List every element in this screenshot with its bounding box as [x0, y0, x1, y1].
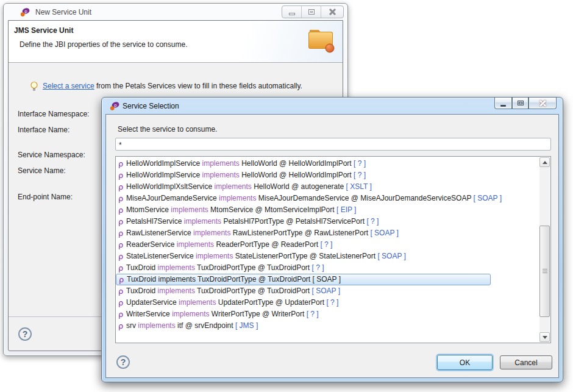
service-row[interactable]: ρTuxDroid implements TuxDroidPortType @ … — [116, 262, 540, 274]
back-window-controls — [282, 5, 344, 18]
service-rows: ρHelloWorldImplService implements HelloW… — [116, 158, 540, 332]
binding-suffix: [ ? ] — [307, 310, 319, 318]
service-row[interactable]: ρPetalsHl7Service implements PetalsHl7Po… — [116, 216, 540, 227]
scrollbar-grip-icon — [543, 269, 547, 274]
service-row[interactable]: ρMiseAJourDemandeService implements Mise… — [116, 193, 540, 204]
interface-and-endpoint: TuxDroidPortType @ TuxDroidPort — [197, 287, 310, 295]
binding-suffix: [ EIP ] — [336, 205, 356, 214]
port-icon: ρ — [118, 204, 126, 216]
help-button[interactable]: ? — [18, 327, 32, 341]
interface-and-endpoint: StateListenerPortType @ StateListenerPor… — [235, 252, 375, 260]
scroll-up-button[interactable] — [539, 157, 550, 167]
minimize-button[interactable] — [282, 6, 302, 18]
implements-keyword: implements — [196, 252, 233, 260]
interface-and-endpoint: MtomService @ MtomServiceImplPort — [210, 205, 335, 214]
back-window-titlebar[interactable]: p New Service Unit — [4, 4, 347, 20]
interface-and-endpoint: PetalsHl7PortType @ PetalsHl7ServicePort — [223, 217, 365, 226]
interface-and-endpoint: RawListenerPortType @ RawListenerPort — [233, 229, 368, 237]
implements-keyword: implements — [179, 298, 216, 307]
service-row[interactable]: ρHelloWorldImplService implements HelloW… — [116, 169, 540, 181]
arrow-down-icon — [543, 336, 547, 339]
petals-app-icon: p — [110, 101, 119, 111]
service-row[interactable]: ρHelloWorldImplService implements HelloW… — [116, 158, 540, 169]
implements-keyword: implements — [171, 205, 208, 214]
binding-suffix: [ ? ] — [354, 171, 366, 179]
select-a-service-link[interactable]: Select a service — [43, 82, 94, 90]
minimize-button[interactable] — [494, 98, 512, 109]
desktop: p New Service Unit JMS Service Unit Defi… — [0, 0, 573, 392]
service-name: TuxDroid — [127, 275, 156, 283]
front-window-titlebar[interactable]: p Service Selection — [102, 98, 563, 114]
implements-keyword: implements — [172, 310, 209, 318]
field-label: End-point Name: — [18, 193, 73, 201]
arrow-up-icon — [543, 161, 547, 164]
port-icon: ρ — [118, 251, 126, 262]
field-label: Interface Namespace: — [18, 110, 89, 118]
service-row[interactable]: ρHelloWorldImplXsltService implements He… — [116, 181, 540, 193]
port-icon: ρ — [118, 181, 126, 193]
binding-suffix: [ SOAP ] — [474, 194, 502, 202]
field-label: Service Name: — [18, 166, 66, 175]
vertical-scrollbar[interactable] — [539, 157, 550, 342]
port-icon: ρ — [118, 216, 126, 227]
service-row[interactable]: ρMtomService implements MtomService @ Mt… — [116, 204, 540, 216]
dialog-prompt: Select the service to consume. — [118, 125, 217, 134]
scrollbar-thumb[interactable] — [539, 226, 550, 317]
port-icon: ρ — [118, 239, 126, 251]
port-icon: ρ — [119, 274, 126, 285]
maximize-button[interactable] — [512, 98, 529, 109]
interface-and-endpoint: HelloWorld @ HelloWorldImplPort — [241, 159, 351, 168]
service-row[interactable]: ρReaderService implements ReaderPortType… — [116, 239, 540, 251]
field-label: Interface Name: — [18, 126, 69, 134]
interface-and-endpoint: ReaderPortType @ ReaderPort — [216, 240, 318, 249]
binding-suffix: [ ? ] — [320, 240, 332, 249]
service-name: StateListenerService — [126, 252, 194, 260]
implements-keyword: implements — [177, 240, 214, 249]
close-button[interactable] — [321, 6, 343, 18]
implements-keyword: implements — [158, 275, 196, 283]
help-button[interactable]: ? — [116, 355, 130, 369]
close-button[interactable] — [529, 98, 557, 109]
service-list[interactable]: ρHelloWorldImplService implements HelloW… — [115, 156, 551, 343]
minimize-icon — [289, 13, 295, 15]
binding-suffix: [ SOAP ] — [313, 275, 341, 283]
front-window-controls — [494, 98, 557, 109]
binding-suffix: [ ? ] — [326, 298, 338, 307]
interface-and-endpoint: WriterPortType @ WriterPort — [212, 310, 304, 318]
cancel-button[interactable]: Cancel — [500, 355, 552, 369]
interface-and-endpoint: TuxDroidPortType @ TuxDroidPort — [197, 263, 310, 272]
maximize-button[interactable] — [302, 6, 321, 18]
interface-and-endpoint: itf @ srvEndpoint — [177, 321, 233, 330]
service-name: TuxDroid — [126, 263, 155, 272]
field-label: Service Namespace: — [18, 151, 85, 159]
binding-suffix: [ JMS ] — [235, 321, 258, 330]
wizard-header: JMS Service Unit Define the JBI properti… — [9, 21, 343, 63]
binding-suffix: [ ? ] — [366, 217, 379, 226]
maximize-icon — [308, 9, 315, 15]
service-row[interactable]: ρWriterService implements WriterPortType… — [116, 308, 540, 320]
wizard-title: JMS Service Unit — [14, 26, 73, 35]
service-row[interactable]: ρUpdaterService implements UpdaterPortTy… — [116, 297, 540, 308]
implements-keyword: implements — [215, 182, 252, 191]
service-row[interactable]: ρRawListenerService implements RawListen… — [116, 227, 540, 239]
service-row[interactable]: ρStateListenerService implements StateLi… — [116, 251, 540, 262]
interface-and-endpoint: HelloWorld @ autogenerate — [254, 182, 344, 191]
port-icon: ρ — [118, 227, 126, 239]
scroll-down-button[interactable] — [539, 332, 550, 342]
port-icon: ρ — [118, 285, 126, 297]
service-name: HelloWorldImplXsltService — [126, 182, 212, 191]
service-name: MiseAJourDemandeService — [126, 194, 217, 202]
port-icon: ρ — [118, 297, 126, 308]
service-filter-input[interactable] — [115, 138, 551, 151]
service-row[interactable]: ρTuxDroid implements TuxDroidPortType @ … — [116, 274, 491, 285]
binding-suffix: [ XSLT ] — [346, 182, 372, 191]
service-selection-window: p Service Selection Select the service t… — [101, 97, 563, 382]
service-row[interactable]: ρsrv implements itf @ srvEndpoint [ JMS … — [116, 320, 540, 332]
implements-keyword: implements — [138, 321, 175, 330]
implements-keyword: implements — [158, 287, 195, 295]
ok-button[interactable]: OK — [437, 355, 493, 370]
implements-keyword: implements — [219, 194, 256, 202]
close-icon — [329, 9, 336, 15]
service-row[interactable]: ρTuxDroid implements TuxDroidPortType @ … — [116, 285, 540, 297]
service-name: UpdaterService — [126, 298, 177, 307]
